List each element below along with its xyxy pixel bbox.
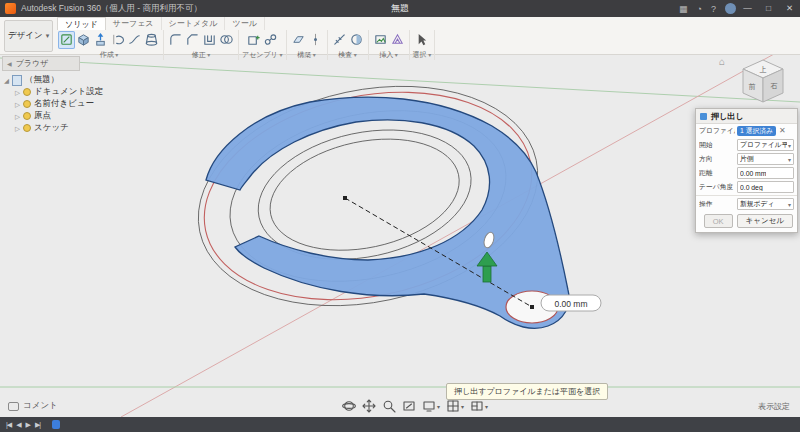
zoom-icon[interactable] (382, 399, 396, 413)
group-label-select[interactable]: 選択 (413, 50, 432, 60)
visibility-bulb-icon[interactable] (23, 112, 31, 120)
ok-button[interactable]: OK (704, 214, 733, 228)
group-label-modify[interactable]: 修正 (192, 50, 211, 60)
create-sketch-icon[interactable] (58, 31, 75, 49)
workspace-label: デザイン (8, 30, 43, 42)
extrude-dialog-icon (700, 113, 707, 120)
group-label-create[interactable]: 作成 (100, 50, 119, 60)
operation-dropdown[interactable]: 新規ボディ (737, 198, 794, 210)
grid-settings-icon[interactable] (446, 399, 464, 413)
extrude-dialog-header[interactable]: 押し出し (696, 109, 797, 124)
timeline-play-icon[interactable]: ▶ (26, 417, 30, 432)
dimension-input[interactable]: 0.00 mm (541, 295, 601, 311)
display-settings-icon[interactable] (422, 399, 440, 413)
cancel-button[interactable]: キャンセル (737, 214, 793, 228)
workspace-selector[interactable]: デザイン (4, 20, 53, 52)
timeline-feature-marker[interactable] (52, 420, 60, 429)
visibility-bulb-icon[interactable] (23, 124, 31, 132)
operation-label: 操作 (699, 199, 735, 209)
caret-icon[interactable] (15, 111, 20, 121)
browser-item-origin[interactable]: 原点 (2, 110, 134, 122)
caret-icon[interactable] (15, 87, 20, 97)
insert-mesh-icon[interactable] (389, 31, 406, 49)
chamfer-icon[interactable] (184, 31, 201, 49)
browser-item-document-settings[interactable]: ドキュメント設定 (2, 86, 134, 98)
user-avatar[interactable] (725, 3, 736, 14)
maximize-button[interactable]: □ (758, 0, 779, 17)
distance-label: 距離 (699, 168, 735, 178)
caret-icon[interactable] (4, 75, 9, 85)
comments-toggle[interactable]: コメント (8, 400, 58, 412)
combine-icon[interactable] (218, 31, 235, 49)
viewcube-label-front: 前 (749, 83, 756, 90)
visibility-bulb-icon[interactable] (23, 88, 31, 96)
timeline-step-back-icon[interactable]: ◀ (16, 417, 20, 432)
tab-solid[interactable]: ソリッド (57, 17, 106, 30)
direction-label: 方向 (699, 154, 735, 164)
document-icon (12, 75, 22, 86)
decal-icon[interactable] (372, 31, 389, 49)
pan-icon[interactable] (362, 399, 376, 413)
timeline-go-end-icon[interactable]: ▶| (35, 417, 40, 432)
extrude-icon[interactable] (92, 31, 109, 49)
timeline-bar: |◀ ◀ ▶ ▶| (0, 417, 800, 432)
collapse-browser-icon[interactable] (7, 59, 12, 68)
direction-row: 方向 片側 (696, 152, 797, 166)
caret-icon[interactable] (15, 99, 20, 109)
group-label-inspect[interactable]: 検査 (338, 50, 357, 60)
center-point[interactable] (343, 196, 347, 200)
fusion-logo-icon (5, 3, 16, 14)
new-component-icon[interactable] (245, 31, 262, 49)
display-settings-label[interactable]: 表示設定 (758, 401, 790, 412)
start-dropdown[interactable]: プロファイル平面 (737, 139, 794, 151)
plane-icon[interactable] (290, 31, 307, 49)
direction-dropdown[interactable]: 片側 (737, 153, 794, 165)
timeline-go-start-icon[interactable]: |◀ (6, 417, 11, 432)
taper-input[interactable]: 0.0 deg (737, 181, 794, 193)
view-cube[interactable]: ⌂ 上 前 右 (732, 57, 794, 113)
root-label: （無題） (25, 74, 59, 86)
hole-center-point[interactable] (530, 305, 534, 309)
title-bar: Autodesk Fusion 360（個人用 - 商用利用不可） 無題 ▦ ◔… (0, 0, 800, 17)
browser-item-named-views[interactable]: 名前付きビュー (2, 98, 134, 110)
profile-selected-chip[interactable]: 1 選択済み (737, 126, 776, 136)
visibility-bulb-icon[interactable] (23, 100, 31, 108)
sweep-icon[interactable] (126, 31, 143, 49)
orbit-icon[interactable] (342, 399, 356, 413)
caret-icon[interactable] (15, 123, 20, 133)
browser-root-item[interactable]: （無題） (2, 74, 134, 86)
fit-view-icon[interactable] (402, 399, 416, 413)
distance-row: 距離 0.00 mm (696, 166, 797, 180)
group-create: 作成 (55, 30, 164, 60)
extensions-icon[interactable]: ▦ (679, 4, 688, 14)
distance-input[interactable]: 0.00 mm (737, 167, 794, 179)
browser-item-sketches[interactable]: スケッチ (2, 122, 134, 134)
joint-icon[interactable] (262, 31, 279, 49)
clear-selection-icon[interactable]: ✕ (778, 126, 787, 136)
item-label: 名前付きビュー (34, 98, 94, 110)
group-label-insert[interactable]: 挿入 (379, 50, 398, 60)
notifications-icon[interactable]: ◔ (697, 4, 702, 14)
taper-label: テーパ角度 (699, 182, 735, 192)
axis-icon[interactable] (307, 31, 324, 49)
viewcube-label-top: 上 (760, 66, 767, 73)
help-icon[interactable]: ? (711, 4, 716, 14)
minimize-button[interactable]: — (737, 0, 758, 17)
group-label-construct[interactable]: 構築 (297, 50, 316, 60)
group-label-assemble[interactable]: アセンブリ (242, 50, 283, 60)
group-modify: 修正 (164, 30, 239, 60)
revolve-icon[interactable] (109, 31, 126, 49)
tab-tools[interactable]: ツール (225, 17, 264, 30)
home-view-icon[interactable]: ⌂ (719, 57, 725, 67)
loft-icon[interactable] (143, 31, 160, 49)
fillet-icon[interactable] (167, 31, 184, 49)
close-button[interactable]: ✕ (779, 0, 800, 17)
viewports-icon[interactable] (470, 399, 488, 413)
select-cursor-icon[interactable] (413, 31, 430, 49)
measure-icon[interactable] (331, 31, 348, 49)
section-analysis-icon[interactable] (348, 31, 365, 49)
shell-icon[interactable] (201, 31, 218, 49)
tab-sheetmetal[interactable]: シートメタル (162, 17, 226, 30)
box-icon[interactable] (75, 31, 92, 49)
tab-surface[interactable]: サーフェス (106, 17, 162, 30)
